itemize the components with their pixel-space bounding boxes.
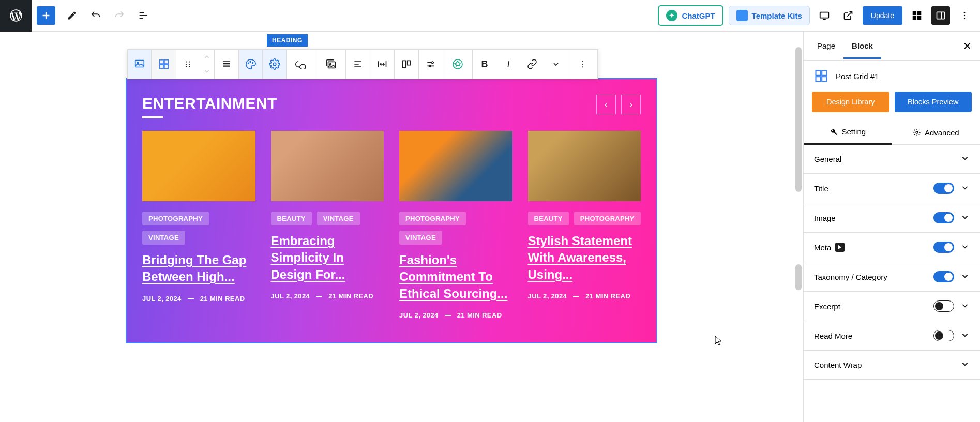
chatgpt-button[interactable]: ✦ ChatGPT	[658, 5, 723, 26]
row-general[interactable]: General	[804, 145, 980, 173]
post-title-link[interactable]: Embracing Simplicity In Design For...	[271, 233, 384, 283]
tab-block[interactable]: Block	[843, 33, 881, 59]
chevron-down-icon	[960, 272, 970, 282]
post-card: PHOTOGRAPHYVINTAGEBridging The Gap Betwe…	[142, 131, 255, 319]
subtab-advanced[interactable]: Advanced	[892, 120, 981, 144]
edit-tool-icon[interactable]	[63, 6, 81, 25]
settings-sidebar-toggle-icon[interactable]	[931, 6, 950, 25]
toggle-taxonomy[interactable]	[933, 271, 954, 282]
close-sidebar-icon[interactable]: ✕	[960, 37, 975, 55]
jetpack-icon[interactable]	[908, 6, 926, 25]
columns-icon[interactable]	[395, 50, 418, 79]
post-title-link[interactable]: Bridging The Gap Between High...	[142, 252, 255, 285]
post-title-link[interactable]: Stylish Statement With Awareness, Using.…	[528, 233, 641, 283]
post-thumbnail[interactable]	[528, 131, 641, 201]
post-date: JUL 2, 2024	[528, 292, 567, 300]
add-block-button[interactable]	[37, 6, 55, 25]
toggle-excerpt[interactable]	[933, 300, 954, 312]
post-category-tag[interactable]: BEAUTY	[528, 212, 569, 225]
meta-separator	[188, 298, 194, 299]
block-options-icon[interactable]	[568, 50, 597, 79]
svg-rect-36	[822, 71, 826, 76]
wordpress-logo[interactable]	[0, 0, 32, 32]
text-align-icon[interactable]	[346, 50, 370, 79]
heading-type-tag: HEADING	[267, 34, 308, 47]
post-thumbnail[interactable]	[399, 131, 512, 201]
post-title-link[interactable]: Fashion's Commitment To Ethical Sourcing…	[399, 252, 512, 302]
post-category-tag[interactable]: VINTAGE	[142, 231, 185, 245]
svg-point-30	[429, 65, 431, 67]
toggle-readmore[interactable]	[933, 330, 954, 341]
width-icon[interactable]	[370, 50, 394, 79]
svg-point-6	[964, 12, 966, 13]
move-down-icon[interactable]	[203, 64, 210, 79]
block-type-icon[interactable]	[128, 50, 152, 79]
post-category-tag[interactable]: PHOTOGRAPHY	[399, 212, 466, 225]
post-category-tag[interactable]: BEAUTY	[271, 212, 312, 225]
post-category-tag[interactable]: VINTAGE	[317, 212, 360, 225]
responsive-preview-icon[interactable]	[815, 6, 834, 25]
drag-handle-icon[interactable]	[176, 50, 200, 79]
subtab-setting[interactable]: Setting	[804, 120, 892, 145]
move-up-icon[interactable]	[203, 50, 210, 64]
sliders-icon[interactable]	[419, 50, 443, 79]
row-meta[interactable]: Meta	[804, 233, 980, 262]
post-grid-block[interactable]: ENTERTAINMENT ‹ › PHOTOGRAPHYVINTAGEBrid…	[126, 78, 657, 343]
carousel-next-button[interactable]: ›	[621, 95, 641, 114]
section-title[interactable]: ENTERTAINMENT	[142, 95, 277, 118]
more-formatting-icon[interactable]	[544, 50, 568, 79]
row-image[interactable]: Image	[804, 203, 980, 232]
svg-rect-35	[816, 71, 821, 76]
post-category-tag[interactable]: PHOTOGRAPHY	[142, 212, 209, 225]
external-preview-icon[interactable]	[839, 6, 857, 25]
toggle-meta[interactable]	[933, 242, 954, 253]
bold-icon[interactable]: B	[473, 50, 496, 79]
link-icon[interactable]	[520, 50, 544, 79]
post-thumbnail[interactable]	[142, 131, 255, 201]
post-category-tag[interactable]: VINTAGE	[399, 231, 442, 245]
gear-icon	[913, 128, 921, 137]
document-outline-icon[interactable]	[134, 6, 153, 25]
carousel-prev-button[interactable]: ‹	[596, 95, 616, 114]
blocks-preview-button[interactable]: Blocks Preview	[895, 92, 972, 112]
meta-video-icon	[835, 243, 845, 252]
settings-gear-icon[interactable]	[263, 50, 287, 79]
wrench-icon	[830, 128, 838, 136]
svg-rect-5	[937, 12, 945, 19]
loop-icon[interactable]	[287, 50, 316, 79]
parent-block-icon[interactable]	[152, 50, 176, 79]
image-stack-icon[interactable]	[316, 50, 345, 79]
template-kits-button[interactable]: Template Kits	[729, 6, 810, 25]
chevron-down-icon	[960, 301, 970, 312]
svg-point-18	[189, 64, 190, 65]
post-read-time: 21 MIN READ	[457, 311, 502, 319]
chevron-down-icon	[960, 330, 970, 341]
post-meta: JUL 2, 202421 MIN READ	[399, 311, 512, 319]
color-palette-icon[interactable]	[239, 50, 263, 79]
post-date: JUL 2, 2024	[271, 292, 310, 300]
post-thumbnail[interactable]	[271, 131, 384, 201]
row-readmore[interactable]: Read More	[804, 321, 980, 350]
undo-icon[interactable]	[86, 6, 105, 25]
svg-rect-2	[917, 11, 921, 15]
more-options-icon[interactable]	[955, 6, 974, 25]
update-button[interactable]: Update	[863, 6, 902, 25]
toggle-image[interactable]	[933, 212, 954, 223]
align-icon[interactable]	[215, 50, 238, 79]
design-library-button[interactable]: Design Library	[812, 92, 889, 112]
post-category-tag[interactable]: PHOTOGRAPHY	[574, 212, 641, 225]
svg-point-17	[186, 64, 187, 65]
row-title[interactable]: Title	[804, 174, 980, 203]
ai-icon[interactable]	[443, 50, 472, 79]
toggle-title[interactable]	[933, 183, 954, 194]
tab-page[interactable]: Page	[809, 33, 843, 58]
svg-rect-3	[913, 16, 916, 20]
row-contentwrap[interactable]: Content Wrap	[804, 351, 980, 379]
italic-icon[interactable]: I	[496, 50, 520, 79]
template-kits-label: Template Kits	[752, 11, 802, 20]
row-taxonomy[interactable]: Taxonomy / Category	[804, 262, 980, 291]
editor-canvas[interactable]: HEADING	[0, 32, 803, 422]
row-excerpt[interactable]: Excerpt	[804, 292, 980, 321]
canvas-scrollbar[interactable]	[794, 32, 803, 422]
block-name-label: Post Grid #1	[836, 72, 879, 81]
